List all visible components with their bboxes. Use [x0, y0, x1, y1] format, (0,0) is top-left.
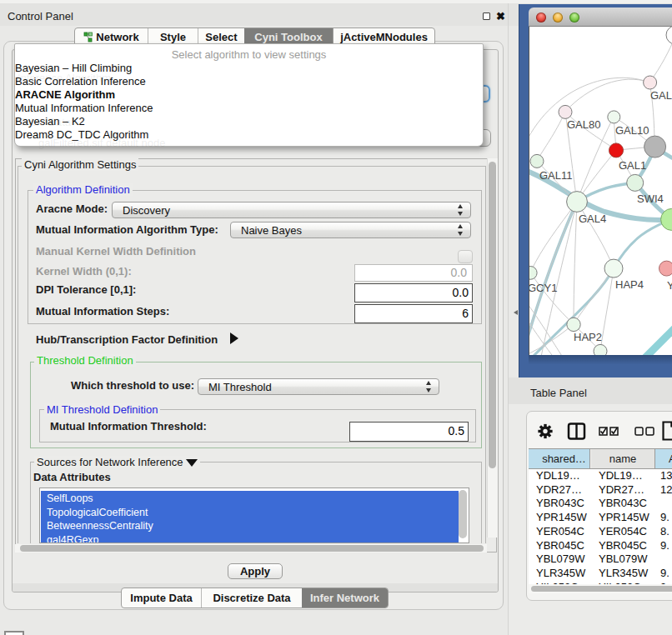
svg-text:GAL1: GAL1: [619, 159, 646, 172]
svg-text:GAL10: GAL10: [615, 124, 649, 137]
svg-text:GAL11: GAL11: [539, 169, 573, 182]
svg-text:YM: YM: [667, 279, 672, 292]
svg-text:SWI4: SWI4: [637, 192, 664, 205]
svg-text:GCY1: GCY1: [529, 282, 557, 294]
svg-text:HAP2: HAP2: [574, 331, 602, 343]
svg-text:HAP4: HAP4: [615, 278, 644, 291]
svg-text:GAL3: GAL3: [650, 89, 672, 102]
svg-text:GAL4: GAL4: [579, 212, 606, 225]
svg-text:GAL80: GAL80: [567, 118, 600, 131]
